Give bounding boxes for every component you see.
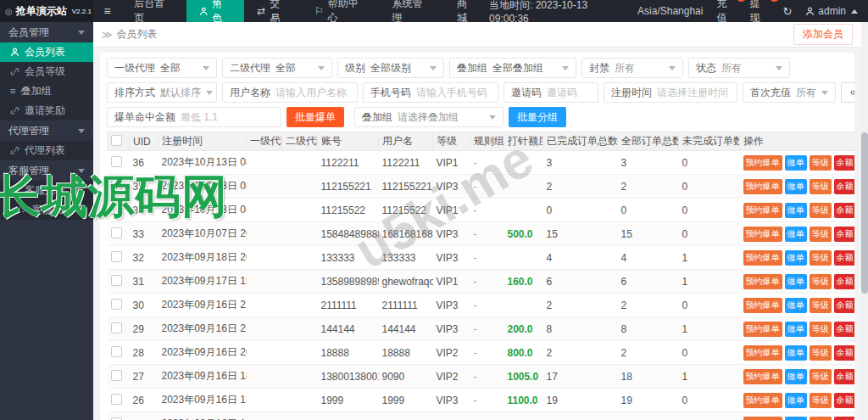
balance-button[interactable]: 余额 — [834, 155, 855, 171]
sidebar-item-invite-reward[interactable]: 邀请奖励 — [0, 101, 93, 120]
level-button[interactable]: 等级 — [810, 417, 832, 420]
nav-item-role[interactable]: 角色 — [186, 0, 245, 22]
row-checkbox[interactable] — [111, 322, 122, 333]
nav-item-help[interactable]: ⚐ 帮助中心 — [302, 0, 380, 22]
do-order-button[interactable]: 做单 — [785, 393, 807, 408]
sidebar-group-agent[interactable]: 代理管理 — [0, 120, 93, 141]
batch-group-button[interactable]: 批量分组 — [509, 107, 566, 127]
balance-button[interactable]: 余额 — [834, 203, 855, 218]
nav-item-home[interactable]: 后台首页 — [121, 0, 186, 22]
sidebar-item-service-code[interactable]: </> 客服代码 — [0, 200, 93, 220]
sidebar-item-member-list[interactable]: 会员列表 — [0, 42, 93, 62]
balance-button[interactable]: 余额 — [834, 417, 855, 420]
menu-toggle-icon[interactable]: ≡ — [93, 0, 121, 22]
book-burst-button[interactable]: 预约爆单 — [743, 203, 782, 218]
do-order-button[interactable]: 做单 — [785, 345, 807, 361]
level-button[interactable]: 等级 — [810, 227, 832, 242]
balance-button[interactable]: 余额 — [834, 227, 855, 242]
scrollbar-thumb[interactable] — [861, 132, 868, 294]
refresh-icon[interactable]: ↻ — [782, 5, 792, 18]
level-button[interactable]: 等级 — [810, 155, 832, 171]
row-checkbox[interactable] — [111, 299, 122, 310]
invite-code-input[interactable] — [547, 87, 598, 98]
nav-item-mall[interactable]: 商城 — [444, 0, 489, 22]
do-order-button[interactable]: 做单 — [785, 369, 807, 384]
agent2-select[interactable]: 二级代理 全部 — [222, 58, 332, 78]
book-burst-button[interactable]: 预约爆单 — [743, 227, 782, 242]
book-burst-button[interactable]: 预约爆单 — [743, 369, 782, 384]
book-burst-button[interactable]: 预约爆单 — [743, 155, 782, 171]
level-button[interactable]: 等级 — [810, 345, 832, 361]
recharge-link[interactable]: 充值 3 — [716, 0, 736, 25]
balance-button[interactable]: 余额 — [834, 322, 855, 337]
row-checkbox[interactable] — [111, 180, 122, 191]
row-checkbox[interactable] — [111, 394, 122, 405]
book-burst-button[interactable]: 预约爆单 — [743, 322, 782, 337]
book-burst-button[interactable]: 预约爆单 — [743, 393, 782, 408]
do-order-button[interactable]: 做单 — [785, 298, 807, 313]
row-checkbox[interactable] — [111, 227, 122, 238]
stack-group-select[interactable]: 叠加组 全部叠加组 — [449, 58, 576, 78]
sidebar-group-service[interactable]: 客服管理 — [0, 160, 93, 181]
sidebar-item-member-level[interactable]: 会员等级 — [0, 62, 93, 81]
first-recharge-select[interactable]: 首次充值 所有 — [743, 82, 836, 103]
level-button[interactable]: 等级 — [810, 179, 832, 194]
username-input[interactable] — [275, 87, 357, 98]
balance-button[interactable]: 余额 — [834, 393, 855, 408]
ban-select[interactable]: 封禁 所有 — [581, 58, 683, 78]
row-checkbox[interactable] — [111, 346, 122, 357]
row-checkbox[interactable] — [111, 370, 122, 381]
level-button[interactable]: 等级 — [810, 393, 832, 408]
book-burst-button[interactable]: 预约爆单 — [743, 179, 782, 194]
balance-button[interactable]: 余额 — [834, 298, 855, 313]
burst-amount-input[interactable] — [181, 111, 281, 123]
balance-button[interactable]: 余额 — [834, 274, 855, 289]
row-checkbox[interactable] — [111, 204, 122, 215]
row-checkbox[interactable] — [111, 156, 122, 167]
balance-button[interactable]: 余额 — [834, 250, 855, 266]
nav-item-trade[interactable]: ⇄ 交易 — [244, 0, 302, 22]
do-order-button[interactable]: 做单 — [785, 250, 807, 266]
add-member-button[interactable]: 添加会员 — [793, 24, 853, 45]
nav-item-system[interactable]: 系统管理 — [380, 0, 444, 22]
sidebar-item-stack-group[interactable]: ≡ 叠加组 — [0, 81, 93, 101]
do-order-button[interactable]: 做单 — [785, 227, 807, 242]
book-burst-button[interactable]: 预约爆单 — [743, 345, 782, 361]
level-button[interactable]: 等级 — [810, 369, 832, 384]
book-burst-button[interactable]: 预约爆单 — [743, 250, 782, 266]
level-button[interactable]: 等级 — [810, 298, 832, 313]
sidebar-item-service-list[interactable]: 客服列表 — [0, 181, 93, 200]
scrollbar-track[interactable] — [861, 22, 868, 420]
balance-button[interactable]: 余额 — [834, 179, 855, 194]
do-order-button[interactable]: 做单 — [785, 417, 807, 420]
level-select[interactable]: 级别 全部级别 — [337, 58, 444, 78]
status-select[interactable]: 状态 所有 — [688, 58, 790, 78]
book-burst-button[interactable]: 预约爆单 — [743, 417, 782, 420]
balance-button[interactable]: 余额 — [834, 369, 855, 384]
user-menu[interactable]: admin — [805, 5, 858, 17]
search-button[interactable]: 搜索 — [841, 82, 854, 103]
phone-input[interactable] — [416, 87, 498, 98]
level-button[interactable]: 等级 — [810, 274, 832, 289]
level-button[interactable]: 等级 — [810, 250, 832, 266]
do-order-button[interactable]: 做单 — [785, 322, 807, 337]
sidebar-group-member[interactable]: 会员管理 — [0, 22, 93, 42]
do-order-button[interactable]: 做单 — [785, 179, 807, 194]
sidebar-item-agent-list[interactable]: 代理列表 — [0, 141, 93, 160]
agent1-select[interactable]: 一级代理 全部 — [107, 58, 217, 78]
withdraw-link[interactable]: 提现 0 — [749, 0, 769, 25]
level-button[interactable]: 等级 — [810, 322, 832, 337]
do-order-button[interactable]: 做单 — [785, 203, 807, 218]
batch-burst-button[interactable]: 批量爆单 — [287, 107, 344, 127]
do-order-button[interactable]: 做单 — [785, 155, 807, 171]
book-burst-button[interactable]: 预约爆单 — [743, 298, 782, 313]
register-time-input[interactable] — [657, 87, 737, 98]
row-checkbox[interactable] — [111, 417, 122, 420]
select-all-checkbox[interactable] — [111, 135, 122, 146]
balance-button[interactable]: 余额 — [834, 345, 855, 361]
do-order-button[interactable]: 做单 — [785, 274, 807, 289]
row-checkbox[interactable] — [111, 251, 122, 262]
batch-group-select[interactable]: 叠加组 请选择叠加组 — [354, 107, 504, 127]
book-burst-button[interactable]: 预约爆单 — [743, 274, 782, 289]
level-button[interactable]: 等级 — [810, 203, 832, 218]
